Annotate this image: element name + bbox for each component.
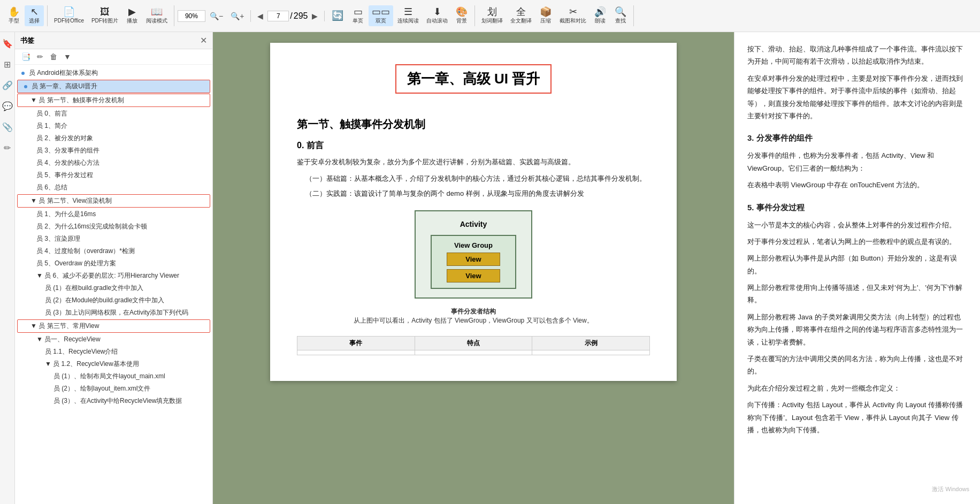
bookmarks-close-button[interactable]: ✕	[200, 35, 207, 45]
bookmark-item-rv1[interactable]: 员 1.1、RecycleView介绍	[15, 346, 212, 358]
right-text2: 在安卓对事件分发的处理过程中，主要是对按下事件作分发，进而找到能够处理按下事件的…	[747, 72, 967, 123]
viewgroup-box: View Group View View	[431, 235, 516, 289]
pdf-image-button[interactable]: 🖼 PDF转图片	[88, 5, 121, 26]
bookmarks-header: 书签 ✕	[15, 32, 212, 49]
continuous-read-button[interactable]: ☰ 连续阅读	[394, 5, 422, 26]
bookmark-item-v2[interactable]: 员 2、为什么16ms没完成绘制就会卡顿	[15, 220, 212, 233]
play-button[interactable]: ▶ 播放	[122, 5, 142, 26]
bookmark-item-rv[interactable]: ▼ 员一、RecycleView	[15, 333, 212, 346]
read-aloud-label: 朗读	[595, 17, 606, 25]
full-translate-button[interactable]: 全 全文翻译	[507, 5, 535, 26]
bk-delete-icon[interactable]: 🗑	[48, 51, 59, 62]
search-button[interactable]: 🔍 查找	[611, 5, 630, 26]
bookmarks-panel: 书签 ✕ 📑 ✏ 🗑 ▼ 员 Android框架体系架构 员 第一章、高级UI晋…	[15, 32, 213, 504]
bk-edit-icon[interactable]: ✏	[35, 51, 45, 62]
bk-fold-icon[interactable]: ▼	[62, 51, 73, 62]
view1-box: View	[447, 253, 500, 266]
auto-scroll-icon: ⬇	[433, 7, 441, 17]
zoom-in-button[interactable]: 🔍+	[227, 11, 247, 21]
thumbnail-sidebar-icon[interactable]: ⊞	[2, 57, 13, 72]
pdf-office-button[interactable]: 📄 PDF转Office	[51, 5, 87, 26]
bookmark-item-rv12[interactable]: ▼ 员 1.2、RecycleView基本使用	[15, 358, 212, 370]
bookmark-sec3-label: ▼ 员 第三节、常用View	[30, 322, 99, 331]
right-ontouch: 在表格中表明 ViewGroup 中存在 onTouchEvent 方法的。	[747, 179, 967, 191]
bookmark-rv1-label: 员 1.1、RecycleView介绍	[45, 347, 118, 356]
prev-page-button[interactable]: ◀	[254, 11, 266, 21]
double-page-label: 双页	[376, 17, 386, 25]
bookmark-item-v6-1[interactable]: 员 (1）在根build.gradle文件中加入	[15, 282, 212, 294]
bookmark-2-label: 员 2、被分发的对象	[36, 134, 93, 143]
bookmark-sidebar-icon[interactable]: 🔖	[0, 36, 15, 51]
background-icon: 🎨	[456, 7, 468, 17]
single-page-icon: ▭	[354, 7, 363, 17]
read-aloud-button[interactable]: 🔊 朗读	[591, 5, 610, 26]
bookmark-sec1-label: ▼ 员 第一节、触摸事件分发机制	[30, 96, 124, 105]
background-label: 背景	[456, 17, 467, 25]
compress-label: 压缩	[540, 17, 551, 25]
compress-button[interactable]: 📦 压缩	[536, 5, 555, 26]
double-page-button[interactable]: ▭▭ 双页	[369, 5, 393, 26]
bookmark-item-v1[interactable]: 员 1、为什么是16ms	[15, 208, 212, 220]
single-page-label: 单页	[353, 17, 363, 25]
select-tool-button[interactable]: ↖ 选择	[25, 5, 44, 26]
word-translate-button[interactable]: 划 划词翻译	[478, 5, 506, 26]
bookmark-item-android[interactable]: 员 Android框架体系架构	[15, 67, 212, 79]
crop-button[interactable]: ✂ 截图和对比	[556, 5, 589, 26]
bookmark-item-sec1[interactable]: ▼ 员 第一节、触摸事件分发机制	[17, 94, 210, 107]
bookmark-item-3[interactable]: 员 3、分发事件的组件	[15, 144, 212, 157]
attach-sidebar-icon[interactable]: 📎	[0, 120, 15, 134]
bookmark-item-rv12-2[interactable]: 员 (2）、绘制layout_item.xml文件	[15, 383, 212, 395]
bookmark-item-6[interactable]: 员 6、总结	[15, 181, 212, 194]
single-page-button[interactable]: ▭ 单页	[348, 5, 368, 26]
bookmark-item-sec2[interactable]: ▼ 员 第二节、View渲染机制	[17, 194, 210, 208]
bookmark-rv12-2-label: 员 (2）、绘制layout_item.xml文件	[53, 384, 150, 393]
bookmarks-toolbar: 📑 ✏ 🗑 ▼	[15, 49, 212, 65]
pdf-content-area: 第一章、高级 UI 晋升 第一节、触摸事件分发机制 0. 前言 鉴于安卓分发机制…	[213, 32, 734, 504]
link-sidebar-icon[interactable]: 🔗	[0, 78, 15, 93]
bookmark-item-v6[interactable]: ▼ 员 6、减少不必要的层次: 巧用Hierarchy Viewer	[15, 270, 212, 282]
main-toolbar: ✋ 手型 ↖ 选择 📄 PDF转Office 🖼 PDF转图片 ▶ 播放 📖 阅…	[0, 0, 980, 32]
background-button[interactable]: 🎨 背景	[452, 5, 471, 26]
bookmark-item-rv12-1[interactable]: 员 (1）、绘制布局文件layout_main.xml	[15, 370, 212, 383]
auto-scroll-label: 自动滚动	[426, 17, 448, 25]
bookmark-item-v4[interactable]: 员 4、过度绘制（overdraw）*检测	[15, 245, 212, 257]
bookmark-item-v6-2[interactable]: 员 (2）在Module的build.gradle文件中加入	[15, 294, 212, 307]
bookmark-item-v5[interactable]: 员 5、Overdraw 的处理方案	[15, 257, 212, 270]
sub0-text3: （二）实践篇：该篇设计了简单与复杂的两个 demo 样例，从现象与应用的角度去讲…	[297, 187, 650, 200]
zoom-out-button[interactable]: 🔍−	[206, 11, 226, 21]
rotate-button[interactable]: 🔄	[328, 9, 347, 22]
tool-group-zoom: 🔍− 🔍+	[178, 10, 251, 22]
bk-dot-android	[21, 72, 25, 75]
hand-icon: ✋	[8, 7, 20, 17]
bookmark-v6-1-label: 员 (1）在根build.gradle文件中加入	[45, 284, 143, 293]
bookmark-item-sec3[interactable]: ▼ 员 第三节、常用View	[17, 319, 210, 333]
table-col-event: 事件	[297, 337, 415, 350]
read-mode-button[interactable]: 📖 阅读模式	[143, 5, 171, 26]
chapter-title: 第一章、高级 UI 晋升	[395, 64, 552, 94]
bookmark-item-1[interactable]: 员 1、简介	[15, 120, 212, 132]
signature-sidebar-icon[interactable]: ✏	[2, 141, 13, 155]
zoom-input[interactable]	[178, 10, 205, 22]
right-section5-title: 5. 事件分发过程	[747, 200, 967, 215]
bookmark-item-ch1[interactable]: 员 第一章、高级UI晋升	[17, 80, 210, 93]
tool-group-translate: 划 划词翻译 全 全文翻译 📦 压缩 ✂ 截图和对比 🔊 朗读 🔍 查找	[478, 5, 634, 26]
comment-sidebar-icon[interactable]: 💬	[0, 99, 15, 113]
page-current-input[interactable]	[267, 11, 289, 21]
next-page-button[interactable]: ▶	[309, 11, 321, 21]
bookmark-android-label: 员 Android框架体系架构	[29, 68, 98, 78]
tool-group-view: 🔄 ▭ 单页 ▭▭ 双页 ☰ 连续阅读 ⬇ 自动滚动 🎨 背景	[328, 5, 475, 26]
bk-add-icon[interactable]: 📑	[19, 51, 33, 62]
bookmark-item-5[interactable]: 员 5、事件分发过程	[15, 169, 212, 181]
bookmark-item-0[interactable]: 员 0、前言	[15, 108, 212, 120]
bookmark-item-2[interactable]: 员 2、被分发的对象	[15, 132, 212, 144]
bookmark-item-v3[interactable]: 员 3、渲染原理	[15, 233, 212, 245]
sub0-title: 0. 前言	[297, 140, 650, 151]
caption-strong: 事件分发者结构	[451, 308, 496, 315]
right-intro: 按下、滑动、抬起、取消这几种事件组成了一个事件流。事件流以按下为开始，中间可能有…	[747, 43, 967, 68]
right-text5g: 为此在介绍分发过程之前，先对一些概念作定义：	[747, 382, 967, 394]
auto-scroll-button[interactable]: ⬇ 自动滚动	[423, 5, 451, 26]
bookmark-item-4[interactable]: 员 4、分发的核心方法	[15, 157, 212, 169]
hand-tool-button[interactable]: ✋ 手型	[4, 5, 24, 26]
bookmark-item-v6-3[interactable]: 员 (3）加上访问网络权限，在Activity添加下列代码	[15, 307, 212, 319]
bookmark-item-rv12-3[interactable]: 员 (3）、在Activity中给RecycleView填充数据	[15, 395, 212, 407]
